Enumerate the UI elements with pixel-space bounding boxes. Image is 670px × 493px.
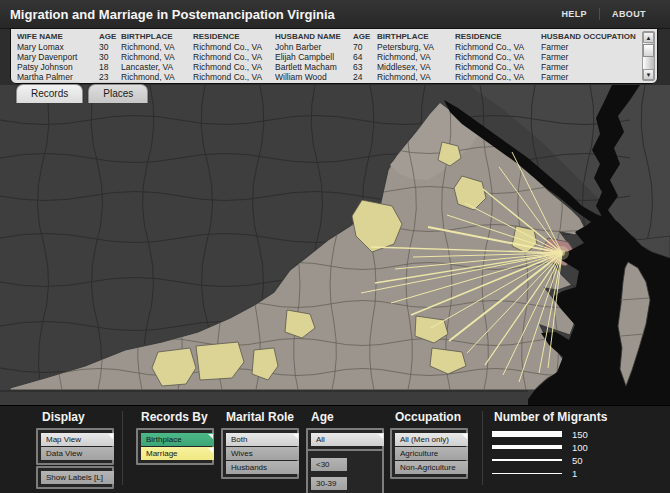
table-cell[interactable]: Richmond Co., VA	[193, 72, 275, 81]
table-cell[interactable]: Richmond Co., VA	[193, 62, 275, 72]
display-header: Display	[42, 410, 85, 424]
table-cell[interactable]: Richmond, VA	[121, 52, 193, 62]
about-link[interactable]: ABOUT	[600, 9, 658, 19]
table-cell[interactable]: Richmond Co., VA	[193, 42, 275, 52]
table-cell[interactable]: Richmond Co., VA	[455, 62, 541, 72]
map-container	[0, 85, 670, 405]
wives-button[interactable]: Wives	[226, 447, 299, 460]
records-table-panel: WIFE NAME AGE BIRTHPLACE RESIDENCE HUSBA…	[10, 28, 658, 84]
legend-row: 50	[492, 454, 588, 466]
marital-role-header: Marital Role	[226, 410, 294, 424]
table-cell[interactable]: Richmond, VA	[121, 72, 193, 81]
legend-row: 1	[492, 467, 588, 479]
column-header: HUSBAND NAME	[275, 32, 353, 42]
agriculture-button[interactable]: Agriculture	[395, 447, 468, 460]
table-cell[interactable]: Elijah Campbell	[275, 52, 353, 62]
migrants-legend: 150 100 50 1	[492, 428, 588, 480]
table-cell[interactable]: Farmer	[541, 72, 639, 81]
table-cell[interactable]: Richmond Co., VA	[455, 52, 541, 62]
occupation-header: Occupation	[395, 410, 461, 424]
tab-records[interactable]: Records	[16, 84, 83, 103]
table-cell[interactable]: Martha Palmer	[17, 72, 99, 81]
table-cell[interactable]: Richmond Co., VA	[455, 42, 541, 52]
table-cell[interactable]: Richmond Co., VA	[193, 52, 275, 62]
tab-places[interactable]: Places	[88, 84, 148, 103]
both-button[interactable]: Both	[226, 433, 299, 446]
help-link[interactable]: HELP	[549, 9, 599, 19]
show-labels-button[interactable]: Show Labels [L]	[41, 471, 114, 484]
legend-bar-50	[492, 459, 562, 461]
table-cell[interactable]: Patsy Johnson	[17, 62, 99, 72]
table-cell[interactable]: 24	[353, 72, 377, 81]
records-by-header: Records By	[141, 410, 208, 424]
legend-bar-1	[492, 473, 562, 474]
table-cell[interactable]: Richmond, VA	[377, 72, 455, 81]
column-header: AGE	[353, 32, 377, 42]
age-header: Age	[311, 410, 334, 424]
records-by-group: Birthplace Marriage	[136, 428, 214, 465]
divider	[122, 411, 123, 485]
legend-bar-150	[492, 431, 562, 437]
legend-value: 50	[572, 455, 583, 466]
control-bar: Display Map View Data View Show Labels […	[0, 405, 670, 493]
legend-row: 100	[492, 441, 588, 453]
scroll-down-icon[interactable]: ▼	[643, 69, 654, 80]
app-window: Migration and Marriage in Postemancipati…	[0, 0, 670, 493]
page-title: Migration and Marriage in Postemancipati…	[0, 7, 549, 22]
non-agriculture-button[interactable]: Non-Agriculture	[395, 461, 468, 474]
table-cell[interactable]: 18	[99, 62, 121, 72]
table-cell[interactable]: Mary Lomax	[17, 42, 99, 52]
table-cell[interactable]: 63	[353, 62, 377, 72]
map-view-button[interactable]: Map View	[41, 433, 114, 446]
legend-row: 150	[492, 428, 588, 440]
table-cell[interactable]: John Barber	[275, 42, 353, 52]
column-header: WIFE NAME	[17, 32, 99, 42]
show-labels-group: Show Labels [L]	[36, 466, 114, 489]
age-under-30-button[interactable]: <30	[311, 458, 347, 471]
occupation-all-button[interactable]: All (Men only)	[395, 433, 468, 446]
display-view-group: Map View Data View	[36, 428, 114, 465]
table-cell[interactable]: Middlesex, VA	[377, 62, 455, 72]
column-header: BIRTHPLACE	[377, 32, 455, 42]
column-header: HUSBAND OCCUPATION	[541, 32, 639, 42]
table-cell[interactable]: Lancaster, VA	[121, 62, 193, 72]
view-tabs: Records Places	[16, 84, 148, 103]
table-cell[interactable]: Richmond, VA	[121, 42, 193, 52]
legend-value: 100	[572, 442, 588, 453]
scroll-up-icon[interactable]: ▲	[643, 32, 654, 43]
title-bar: Migration and Marriage in Postemancipati…	[0, 0, 670, 29]
map-canvas[interactable]	[0, 85, 670, 405]
marriage-button[interactable]: Marriage	[141, 447, 214, 460]
table-cell[interactable]: 30	[99, 42, 121, 52]
column-header: RESIDENCE	[193, 32, 275, 42]
table-scrollbar[interactable]: ▲ ▼	[642, 31, 655, 81]
table-cell[interactable]: Mary Davenport	[17, 52, 99, 62]
table-cell[interactable]: 30	[99, 52, 121, 62]
table-cell[interactable]: Farmer	[541, 52, 639, 62]
birthplace-button[interactable]: Birthplace	[141, 433, 214, 446]
table-cell[interactable]: Richmond Co., VA	[455, 72, 541, 81]
table-cell[interactable]: 23	[99, 72, 121, 81]
divider	[482, 411, 483, 485]
table-cell[interactable]: 64	[353, 52, 377, 62]
age-30-39-button[interactable]: 30-39	[311, 477, 347, 490]
column-header: AGE	[99, 32, 121, 42]
table-cell[interactable]: Petersburg, VA	[377, 42, 455, 52]
table-cell[interactable]: Bartlett Macham	[275, 62, 353, 72]
table-cell[interactable]: 70	[353, 42, 377, 52]
data-view-button[interactable]: Data View	[41, 447, 114, 460]
table-cell[interactable]: Farmer	[541, 62, 639, 72]
migration-origin-point	[559, 250, 565, 256]
column-header: BIRTHPLACE	[121, 32, 193, 42]
husbands-button[interactable]: Husbands	[226, 461, 299, 474]
legend-bar-100	[492, 445, 562, 449]
records-table: WIFE NAME AGE BIRTHPLACE RESIDENCE HUSBA…	[17, 32, 639, 81]
age-all-button[interactable]: All	[311, 433, 384, 446]
table-cell[interactable]: William Wood	[275, 72, 353, 81]
scrollbar-thumb[interactable]	[643, 44, 654, 57]
table-cell[interactable]: Richmond, VA	[377, 52, 455, 62]
age-all-group: All	[306, 428, 384, 451]
table-cell[interactable]: Farmer	[541, 42, 639, 52]
column-header: RESIDENCE	[455, 32, 541, 42]
legend-value: 150	[572, 429, 588, 440]
